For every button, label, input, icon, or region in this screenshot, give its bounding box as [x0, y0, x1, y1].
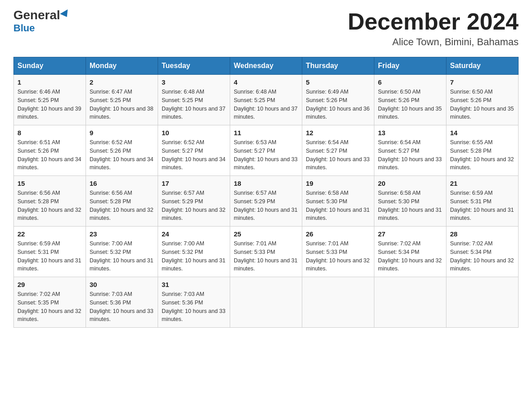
calendar-day-cell: 20 Sunrise: 6:58 AM Sunset: 5:30 PM Dayl… [374, 176, 446, 227]
calendar-day-cell: 27 Sunrise: 7:02 AM Sunset: 5:34 PM Dayl… [374, 227, 446, 277]
col-monday: Monday [86, 57, 158, 75]
calendar-day-cell: 4 Sunrise: 6:48 AM Sunset: 5:25 PM Dayli… [230, 75, 302, 125]
calendar-day-cell: 13 Sunrise: 6:54 AM Sunset: 5:27 PM Dayl… [374, 125, 446, 176]
calendar-day-cell: 16 Sunrise: 6:56 AM Sunset: 5:28 PM Dayl… [86, 176, 158, 227]
day-info: Sunrise: 6:54 AM Sunset: 5:27 PM Dayligh… [306, 138, 370, 172]
calendar-day-cell: 8 Sunrise: 6:51 AM Sunset: 5:26 PM Dayli… [14, 125, 86, 176]
day-number: 11 [234, 129, 298, 137]
day-number: 4 [234, 78, 298, 86]
day-info: Sunrise: 6:46 AM Sunset: 5:25 PM Dayligh… [17, 88, 82, 121]
col-wednesday: Wednesday [230, 57, 302, 75]
day-info: Sunrise: 6:58 AM Sunset: 5:30 PM Dayligh… [306, 189, 370, 223]
day-info: Sunrise: 6:59 AM Sunset: 5:31 PM Dayligh… [450, 189, 515, 223]
calendar-day-cell: 25 Sunrise: 7:01 AM Sunset: 5:33 PM Dayl… [230, 227, 302, 277]
day-info: Sunrise: 7:02 AM Sunset: 5:34 PM Dayligh… [378, 240, 442, 273]
day-number: 26 [306, 230, 370, 238]
day-info: Sunrise: 6:59 AM Sunset: 5:31 PM Dayligh… [17, 240, 82, 273]
day-number: 10 [162, 129, 226, 137]
day-number: 5 [306, 78, 370, 86]
calendar-day-cell: 12 Sunrise: 6:54 AM Sunset: 5:27 PM Dayl… [302, 125, 374, 176]
day-number: 14 [450, 129, 515, 137]
calendar-day-cell: 9 Sunrise: 6:52 AM Sunset: 5:26 PM Dayli… [86, 125, 158, 176]
day-info: Sunrise: 7:01 AM Sunset: 5:33 PM Dayligh… [234, 240, 298, 273]
day-info: Sunrise: 6:48 AM Sunset: 5:25 PM Dayligh… [162, 88, 226, 121]
day-number: 6 [378, 78, 442, 86]
day-info: Sunrise: 6:56 AM Sunset: 5:28 PM Dayligh… [90, 189, 154, 223]
day-number: 20 [378, 180, 442, 187]
logo-general-text: General [13, 9, 70, 21]
day-info: Sunrise: 7:02 AM Sunset: 5:34 PM Dayligh… [450, 240, 515, 273]
col-sunday: Sunday [14, 57, 86, 75]
calendar-day-cell: 14 Sunrise: 6:55 AM Sunset: 5:28 PM Dayl… [446, 125, 519, 176]
calendar-week-row: 1 Sunrise: 6:46 AM Sunset: 5:25 PM Dayli… [14, 75, 519, 125]
calendar-day-cell: 7 Sunrise: 6:50 AM Sunset: 5:26 PM Dayli… [446, 75, 519, 125]
calendar-week-row: 15 Sunrise: 6:56 AM Sunset: 5:28 PM Dayl… [14, 176, 519, 227]
day-info: Sunrise: 6:57 AM Sunset: 5:29 PM Dayligh… [234, 189, 298, 223]
day-number: 19 [306, 180, 370, 187]
col-friday: Friday [374, 57, 446, 75]
day-number: 16 [90, 180, 154, 187]
day-info: Sunrise: 7:00 AM Sunset: 5:32 PM Dayligh… [162, 240, 226, 273]
logo: General Blue [13, 9, 70, 34]
day-info: Sunrise: 7:03 AM Sunset: 5:36 PM Dayligh… [162, 290, 226, 324]
day-info: Sunrise: 6:48 AM Sunset: 5:25 PM Dayligh… [234, 88, 298, 121]
day-number: 22 [17, 230, 82, 238]
day-number: 17 [162, 180, 226, 187]
day-info: Sunrise: 6:54 AM Sunset: 5:27 PM Dayligh… [378, 138, 442, 172]
logo-triangle-icon [60, 9, 71, 19]
page-header: General Blue December 2024 Alice Town, B… [13, 9, 519, 48]
day-info: Sunrise: 7:00 AM Sunset: 5:32 PM Dayligh… [90, 240, 154, 273]
calendar-day-cell: 30 Sunrise: 7:03 AM Sunset: 5:36 PM Dayl… [86, 277, 158, 328]
day-number: 8 [17, 129, 82, 137]
day-info: Sunrise: 6:47 AM Sunset: 5:25 PM Dayligh… [90, 88, 154, 121]
day-info: Sunrise: 7:03 AM Sunset: 5:36 PM Dayligh… [90, 290, 154, 324]
day-info: Sunrise: 6:50 AM Sunset: 5:26 PM Dayligh… [450, 88, 515, 121]
header-row: Sunday Monday Tuesday Wednesday Thursday… [14, 57, 519, 75]
calendar-day-cell: 1 Sunrise: 6:46 AM Sunset: 5:25 PM Dayli… [14, 75, 86, 125]
day-info: Sunrise: 6:52 AM Sunset: 5:26 PM Dayligh… [90, 138, 154, 172]
calendar-day-cell: 29 Sunrise: 7:02 AM Sunset: 5:35 PM Dayl… [14, 277, 86, 328]
day-info: Sunrise: 7:02 AM Sunset: 5:35 PM Dayligh… [17, 290, 82, 324]
calendar-day-cell: 31 Sunrise: 7:03 AM Sunset: 5:36 PM Dayl… [158, 277, 230, 328]
calendar-day-cell: 26 Sunrise: 7:01 AM Sunset: 5:33 PM Dayl… [302, 227, 374, 277]
calendar-day-cell [302, 277, 374, 328]
col-thursday: Thursday [302, 57, 374, 75]
calendar-day-cell [374, 277, 446, 328]
title-section: December 2024 Alice Town, Bimini, Bahama… [348, 9, 519, 48]
day-number: 2 [90, 78, 154, 86]
calendar-day-cell: 19 Sunrise: 6:58 AM Sunset: 5:30 PM Dayl… [302, 176, 374, 227]
day-info: Sunrise: 6:52 AM Sunset: 5:27 PM Dayligh… [162, 138, 226, 172]
day-info: Sunrise: 6:50 AM Sunset: 5:26 PM Dayligh… [378, 88, 442, 121]
page-subtitle: Alice Town, Bimini, Bahamas [348, 36, 519, 48]
calendar-day-cell: 21 Sunrise: 6:59 AM Sunset: 5:31 PM Dayl… [446, 176, 519, 227]
day-info: Sunrise: 6:55 AM Sunset: 5:28 PM Dayligh… [450, 138, 515, 172]
day-number: 23 [90, 230, 154, 238]
calendar-header: Sunday Monday Tuesday Wednesday Thursday… [14, 57, 519, 75]
calendar-day-cell: 17 Sunrise: 6:57 AM Sunset: 5:29 PM Dayl… [158, 176, 230, 227]
day-number: 7 [450, 78, 515, 86]
day-info: Sunrise: 6:57 AM Sunset: 5:29 PM Dayligh… [162, 189, 226, 223]
calendar-day-cell: 24 Sunrise: 7:00 AM Sunset: 5:32 PM Dayl… [158, 227, 230, 277]
calendar-day-cell: 10 Sunrise: 6:52 AM Sunset: 5:27 PM Dayl… [158, 125, 230, 176]
calendar-day-cell: 6 Sunrise: 6:50 AM Sunset: 5:26 PM Dayli… [374, 75, 446, 125]
day-info: Sunrise: 6:58 AM Sunset: 5:30 PM Dayligh… [378, 189, 442, 223]
calendar-table: Sunday Monday Tuesday Wednesday Thursday… [13, 57, 519, 328]
day-info: Sunrise: 6:56 AM Sunset: 5:28 PM Dayligh… [17, 189, 82, 223]
calendar-day-cell: 2 Sunrise: 6:47 AM Sunset: 5:25 PM Dayli… [86, 75, 158, 125]
day-number: 13 [378, 129, 442, 137]
page-title: December 2024 [348, 9, 519, 34]
day-number: 21 [450, 180, 515, 187]
calendar-day-cell: 28 Sunrise: 7:02 AM Sunset: 5:34 PM Dayl… [446, 227, 519, 277]
calendar-day-cell [230, 277, 302, 328]
calendar-day-cell: 23 Sunrise: 7:00 AM Sunset: 5:32 PM Dayl… [86, 227, 158, 277]
day-number: 27 [378, 230, 442, 238]
col-tuesday: Tuesday [158, 57, 230, 75]
day-number: 28 [450, 230, 515, 238]
day-info: Sunrise: 7:01 AM Sunset: 5:33 PM Dayligh… [306, 240, 370, 273]
calendar-week-row: 22 Sunrise: 6:59 AM Sunset: 5:31 PM Dayl… [14, 227, 519, 277]
calendar-day-cell: 5 Sunrise: 6:49 AM Sunset: 5:26 PM Dayli… [302, 75, 374, 125]
day-info: Sunrise: 6:51 AM Sunset: 5:26 PM Dayligh… [17, 138, 82, 172]
calendar-day-cell [446, 277, 519, 328]
day-number: 12 [306, 129, 370, 137]
col-saturday: Saturday [446, 57, 519, 75]
